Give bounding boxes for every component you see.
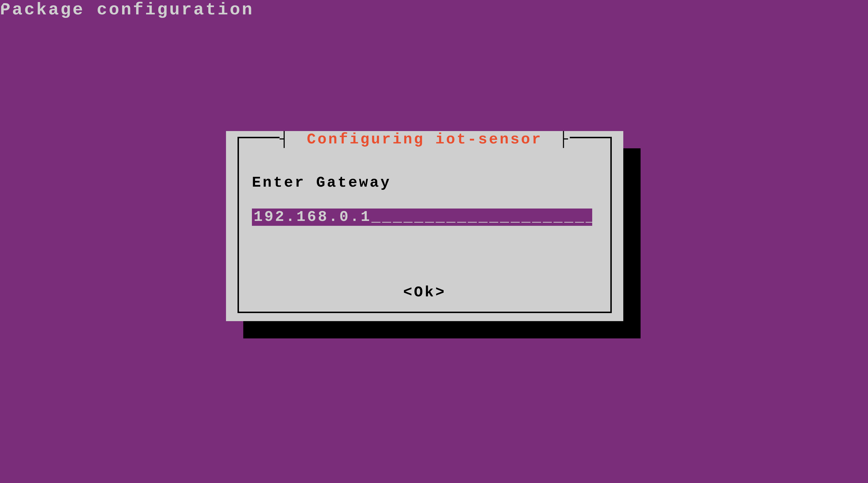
dialog-container: ┤ Configuring iot-sensor ├ Enter Gateway… xyxy=(226,131,637,327)
dialog-title: Configuring iot-sensor xyxy=(290,131,559,148)
dialog-content: Enter Gateway 192.168.0.1_______________… xyxy=(252,174,597,226)
dialog-panel: ┤ Configuring iot-sensor ├ Enter Gateway… xyxy=(226,131,623,321)
gateway-prompt-label: Enter Gateway xyxy=(252,174,597,191)
gateway-input[interactable]: 192.168.0.1______________________ xyxy=(252,209,592,226)
ok-row: <Ok> xyxy=(226,284,623,301)
title-bracket-left: ┤ xyxy=(280,131,290,148)
ok-button[interactable]: <Ok> xyxy=(403,284,446,301)
dialog-title-strip: ┤ Configuring iot-sensor ├ xyxy=(226,131,623,148)
screen-title: Package configuration xyxy=(0,0,254,20)
title-bracket-right: ├ xyxy=(559,131,569,148)
